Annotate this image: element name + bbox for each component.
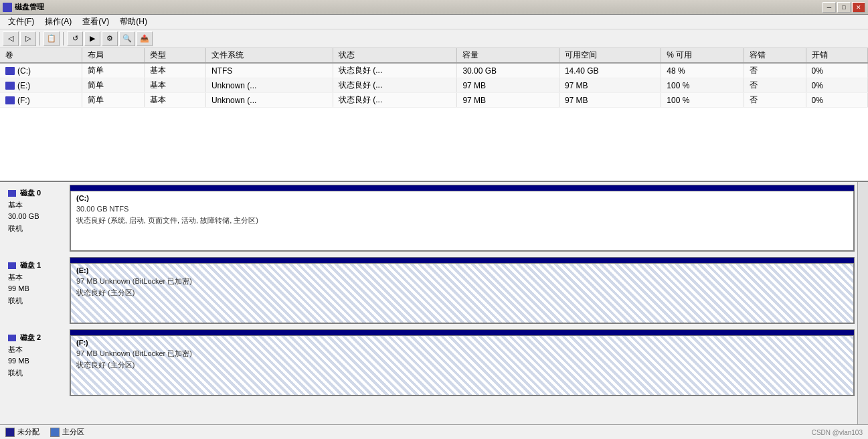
disk-size: 99 MB bbox=[8, 284, 29, 292]
disk-header-bar-2 bbox=[70, 330, 854, 335]
cell-layout: 简单 bbox=[82, 63, 144, 78]
disk-label-0: 磁盘 0 基本 30.00 GB 联机 bbox=[3, 185, 70, 252]
back-button[interactable]: ◁ bbox=[3, 31, 19, 46]
disk-header-bar-0 bbox=[70, 185, 854, 191]
table-row[interactable]: (F:) 简单 基本 Unknown (... 状态良好 (... 97 MB … bbox=[0, 93, 868, 108]
cell-status: 状态良好 (... bbox=[333, 63, 456, 78]
partition-details: 97 MB Unknown (BitLocker 已加密) bbox=[76, 276, 848, 287]
menu-bar: 文件(F) 操作(A) 查看(V) 帮助(H) bbox=[0, 15, 868, 29]
cell-fault: 否 bbox=[744, 63, 806, 78]
legend-primary: 主分区 bbox=[50, 427, 84, 437]
cell-free: 97 MB bbox=[559, 93, 661, 108]
vertical-scrollbar[interactable] bbox=[857, 182, 868, 439]
col-free: 可用空间 bbox=[559, 48, 661, 63]
title-bar-buttons: ─ □ ✕ bbox=[822, 2, 865, 13]
cell-layout: 简单 bbox=[82, 93, 144, 108]
legend-unallocated: 未分配 bbox=[5, 427, 39, 437]
toolbar-separator-2 bbox=[63, 32, 64, 46]
table-row[interactable]: (C:) 简单 基本 NTFS 状态良好 (... 30.00 GB 14.40… bbox=[0, 63, 868, 78]
partition-name: (C:) bbox=[76, 194, 848, 202]
col-layout: 布局 bbox=[82, 48, 144, 63]
table-row[interactable]: (E:) 简单 基本 Unknown (... 状态良好 (... 97 MB … bbox=[0, 78, 868, 93]
disk-status: 联机 bbox=[8, 224, 23, 232]
disk-mgmt-icon bbox=[3, 3, 12, 12]
window-title: 磁盘管理 bbox=[15, 2, 44, 12]
cell-fault: 否 bbox=[744, 93, 806, 108]
disk-row-1: 磁盘 1 基本 99 MB 联机 (E:) 97 MB Unknown (Bit… bbox=[3, 257, 855, 324]
disk-partitions-0: (C:) 30.00 GB NTFS 状态良好 (系统, 启动, 页面文件, 活… bbox=[70, 191, 854, 251]
disk-row-0: 磁盘 0 基本 30.00 GB 联机 (C:) 30.00 GB NTFS 状… bbox=[3, 185, 855, 252]
cell-overhead: 0% bbox=[806, 78, 867, 93]
run-button[interactable]: ▶ bbox=[84, 31, 100, 46]
forward-button[interactable]: ▷ bbox=[20, 31, 36, 46]
disk-partitions-1: (E:) 97 MB Unknown (BitLocker 已加密) 状态良好 … bbox=[70, 263, 854, 323]
cell-percent: 100 % bbox=[661, 78, 744, 93]
cell-overhead: 0% bbox=[806, 93, 867, 108]
disk-type: 基本 bbox=[8, 201, 23, 209]
minimize-button[interactable]: ─ bbox=[822, 2, 836, 13]
cell-drive: (C:) bbox=[0, 63, 82, 78]
cell-fault: 否 bbox=[744, 78, 806, 93]
main-content: 卷 布局 类型 文件系统 状态 容量 可用空间 % 可用 容错 开销 (C:) … bbox=[0, 48, 868, 439]
col-status: 状态 bbox=[333, 48, 456, 63]
partition-0-0[interactable]: (C:) 30.00 GB NTFS 状态良好 (系统, 启动, 页面文件, 活… bbox=[70, 191, 854, 251]
menu-view[interactable]: 查看(V) bbox=[77, 15, 114, 29]
volume-table: 卷 布局 类型 文件系统 状态 容量 可用空间 % 可用 容错 开销 (C:) … bbox=[0, 48, 868, 108]
disk-area-wrapper: 磁盘 0 基本 30.00 GB 联机 (C:) 30.00 GB NTFS 状… bbox=[0, 182, 868, 439]
cell-type: 基本 bbox=[144, 63, 205, 78]
partition-1-0[interactable]: (E:) 97 MB Unknown (BitLocker 已加密) 状态良好 … bbox=[70, 263, 854, 323]
cell-percent: 100 % bbox=[661, 93, 744, 108]
close-button[interactable]: ✕ bbox=[852, 2, 865, 13]
partition-name: (E:) bbox=[76, 266, 848, 274]
settings-button[interactable]: ⚙ bbox=[102, 31, 118, 46]
export-button[interactable]: 📤 bbox=[137, 31, 153, 46]
status-bar: 未分配 主分区 CSDN @vlan103 bbox=[0, 424, 868, 439]
partition-details: 97 MB Unknown (BitLocker 已加密) bbox=[76, 348, 848, 359]
cell-drive: (E:) bbox=[0, 78, 82, 93]
disk-number: 磁盘 1 bbox=[20, 261, 41, 269]
menu-file[interactable]: 文件(F) bbox=[3, 15, 39, 29]
cell-capacity: 30.00 GB bbox=[457, 63, 559, 78]
title-bar-left: 磁盘管理 bbox=[3, 2, 44, 12]
cell-type: 基本 bbox=[144, 93, 205, 108]
legend-unallocated-label: 未分配 bbox=[17, 427, 39, 437]
refresh-button[interactable]: ↺ bbox=[67, 31, 83, 46]
col-filesystem: 文件系统 bbox=[205, 48, 333, 63]
primary-color bbox=[50, 428, 60, 437]
disk-size: 30.00 GB bbox=[8, 212, 39, 220]
col-capacity: 容量 bbox=[457, 48, 559, 63]
col-overhead: 开销 bbox=[806, 48, 867, 63]
cell-free: 97 MB bbox=[559, 78, 661, 93]
partition-2-0[interactable]: (F:) 97 MB Unknown (BitLocker 已加密) 状态良好 … bbox=[70, 335, 854, 396]
partition-status: 状态良好 (系统, 启动, 页面文件, 活动, 故障转储, 主分区) bbox=[76, 215, 848, 226]
partition-status: 状态良好 (主分区) bbox=[76, 359, 848, 371]
cell-capacity: 97 MB bbox=[457, 78, 559, 93]
restore-button[interactable]: □ bbox=[837, 2, 851, 13]
search-button[interactable]: 🔍 bbox=[119, 31, 135, 46]
partition-status: 状态良好 (主分区) bbox=[76, 287, 848, 298]
disk-header-bar-1 bbox=[70, 258, 854, 263]
watermark: CSDN @vlan103 bbox=[812, 429, 863, 436]
properties-button[interactable]: 📋 bbox=[44, 31, 60, 46]
menu-action[interactable]: 操作(A) bbox=[39, 15, 77, 29]
toolbar: ◁ ▷ 📋 ↺ ▶ ⚙ 🔍 📤 bbox=[0, 29, 868, 48]
partition-name: (F:) bbox=[76, 339, 848, 347]
unallocated-color bbox=[5, 428, 15, 437]
menu-help[interactable]: 帮助(H) bbox=[114, 15, 153, 29]
disk-status: 联机 bbox=[8, 296, 23, 304]
disk-partitions-2: (F:) 97 MB Unknown (BitLocker 已加密) 状态良好 … bbox=[70, 335, 854, 396]
disk-partition-area-1: (E:) 97 MB Unknown (BitLocker 已加密) 状态良好 … bbox=[70, 257, 855, 324]
disk-type: 基本 bbox=[8, 345, 23, 353]
col-fault: 容错 bbox=[744, 48, 806, 63]
disk-number: 磁盘 2 bbox=[20, 333, 41, 341]
cell-filesystem: Unknown (... bbox=[205, 78, 333, 93]
cell-status: 状态良好 (... bbox=[333, 78, 456, 93]
disk-label-1: 磁盘 1 基本 99 MB 联机 bbox=[3, 257, 70, 324]
partition-details: 30.00 GB NTFS bbox=[76, 203, 848, 215]
cell-free: 14.40 GB bbox=[559, 63, 661, 78]
disk-type: 基本 bbox=[8, 273, 23, 281]
disk-visualization-area: 磁盘 0 基本 30.00 GB 联机 (C:) 30.00 GB NTFS 状… bbox=[0, 182, 857, 439]
legend-primary-label: 主分区 bbox=[62, 427, 84, 437]
disk-size: 99 MB bbox=[8, 357, 29, 365]
col-percent: % 可用 bbox=[661, 48, 744, 63]
